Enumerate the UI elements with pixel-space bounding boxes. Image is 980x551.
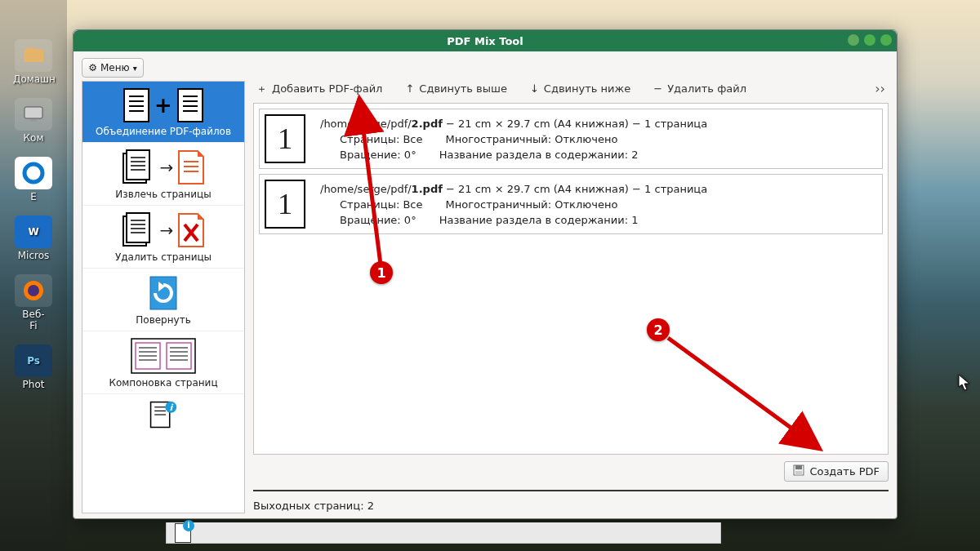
sidebar-item-layout[interactable]: Компоновка страниц xyxy=(82,331,244,394)
main-area: ＋ Добавить PDF-файл ↑ Сдвинуть выше ↓ Сд… xyxy=(253,81,889,513)
window-minimize-button[interactable] xyxy=(848,34,859,46)
move-down-button[interactable]: ↓ Сдвинуть ниже xyxy=(530,82,630,95)
sidebar-item-info[interactable]: i xyxy=(82,394,244,433)
remove-button[interactable]: − Удалить файл xyxy=(653,82,746,95)
computer-icon xyxy=(15,98,52,131)
svg-point-4 xyxy=(28,285,39,296)
svg-rect-56 xyxy=(795,465,802,469)
toolbar-overflow-button[interactable]: ›› xyxy=(875,81,885,96)
delete-pages-icon: → xyxy=(87,212,239,248)
sidebar-item-merge[interactable]: + Объединение PDF-файлов xyxy=(82,82,244,143)
page-thumbnail: 1 xyxy=(265,114,305,163)
photoshop-icon: Ps xyxy=(15,344,52,377)
svg-rect-57 xyxy=(795,471,802,475)
add-pdf-button[interactable]: ＋ Добавить PDF-файл xyxy=(256,82,382,96)
mouse-cursor xyxy=(958,374,971,392)
svg-rect-0 xyxy=(24,107,42,118)
rotate-icon xyxy=(87,275,239,311)
window-title: PDF Mix Tool xyxy=(447,35,523,47)
status-text: Выходных страниц: 2 xyxy=(253,498,889,513)
annotation-marker-2: 2 xyxy=(647,318,670,341)
merge-icon: + xyxy=(87,88,239,122)
app-window: PDF Mix Tool ⚙ Меню ▾ + xyxy=(73,29,898,519)
file-list[interactable]: 1 /home/serge/pdf/2.pdf − 21 cm × 29.7 c… xyxy=(253,103,889,455)
taskbar-item-computer[interactable]: Ком xyxy=(13,98,54,144)
taskbar-item-home[interactable]: Домашн xyxy=(13,39,54,85)
word-icon: W xyxy=(15,216,52,248)
minus-icon: − xyxy=(653,82,662,95)
taskbar-item-ms[interactable]: W Micros xyxy=(13,216,54,261)
generate-pdf-button[interactable]: Создать PDF xyxy=(784,461,889,482)
titlebar[interactable]: PDF Mix Tool xyxy=(74,30,897,51)
arrow-up-icon: ↑ xyxy=(405,82,414,95)
window-maximize-button[interactable] xyxy=(864,34,875,46)
svg-rect-1 xyxy=(30,119,37,122)
sidebar-item-rotate[interactable]: Повернуть xyxy=(82,269,244,331)
arrow-down-icon: ↓ xyxy=(530,82,539,95)
svg-point-2 xyxy=(24,164,42,182)
caret-down-icon: ▾ xyxy=(133,64,137,73)
svg-marker-22 xyxy=(198,151,203,157)
edge-icon xyxy=(15,157,52,189)
plus-icon: ＋ xyxy=(256,82,267,96)
layout-icon xyxy=(87,338,239,374)
desktop-wallpaper: Домашн Ком E W Micros Веб- Fi xyxy=(0,0,980,551)
background-window-fragment: i xyxy=(166,522,721,544)
sidebar-item-extract[interactable]: → Извлечь страницы xyxy=(82,143,244,206)
svg-rect-16 xyxy=(127,150,149,180)
firefox-icon xyxy=(15,274,52,307)
sidebar[interactable]: + Объединение PDF-файлов → Извлечь стран… xyxy=(82,81,245,513)
page-thumbnail: 1 xyxy=(265,180,305,229)
divider xyxy=(253,490,889,491)
sidebar-item-delete[interactable]: → Удалить страницы xyxy=(82,206,244,269)
folder-icon xyxy=(15,39,52,72)
svg-rect-27 xyxy=(127,213,149,242)
file-row[interactable]: 1 /home/serge/pdf/2.pdf − 21 cm × 29.7 c… xyxy=(259,109,883,169)
document-info-icon: i xyxy=(175,523,191,543)
document-info-icon: i xyxy=(87,401,239,429)
file-meta: /home/serge/pdf/2.pdf − 21 cm × 29.7 cm … xyxy=(320,118,874,161)
menu-button[interactable]: ⚙ Меню ▾ xyxy=(82,58,144,78)
file-row[interactable]: 1 /home/serge/pdf/1.pdf − 21 cm × 29.7 c… xyxy=(259,174,883,234)
taskbar-item-edge[interactable]: E xyxy=(13,157,54,202)
taskbar: Домашн Ком E W Micros Веб- Fi xyxy=(0,0,67,551)
toolbar: ＋ Добавить PDF-файл ↑ Сдвинуть выше ↓ Сд… xyxy=(253,81,889,103)
taskbar-item-web[interactable]: Веб- Fi xyxy=(13,274,54,331)
annotation-marker-1: 1 xyxy=(370,261,393,284)
move-up-button[interactable]: ↑ Сдвинуть выше xyxy=(405,82,506,95)
extract-pages-icon: → xyxy=(87,149,239,185)
taskbar-item-photo[interactable]: Ps Phot xyxy=(13,344,54,390)
save-icon xyxy=(793,464,804,478)
file-meta: /home/serge/pdf/1.pdf − 21 cm × 29.7 cm … xyxy=(320,183,874,226)
gear-icon: ⚙ xyxy=(88,62,97,73)
window-close-button[interactable] xyxy=(880,34,892,46)
